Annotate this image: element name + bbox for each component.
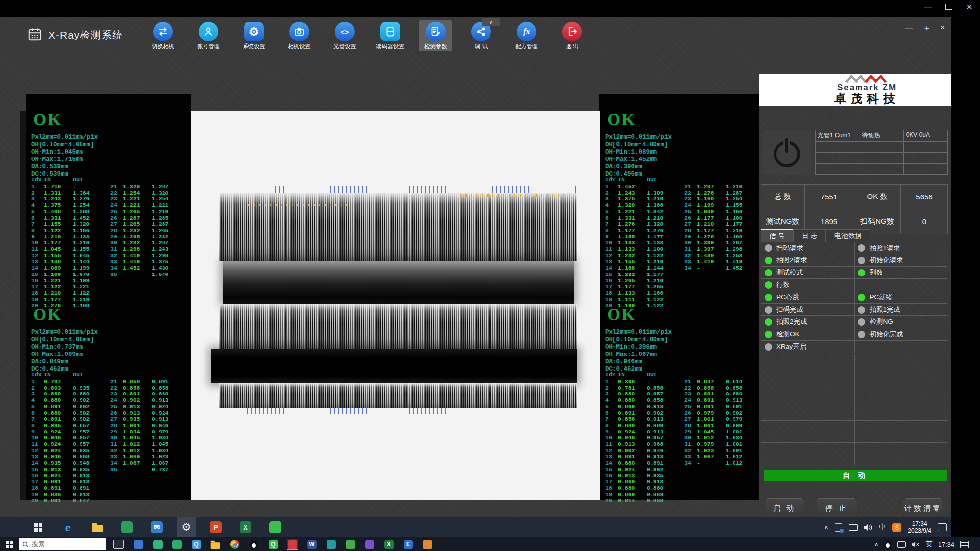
qq-blue-icon[interactable]: Q (191, 539, 202, 550)
measure-row: 231.1661.254 (684, 196, 754, 202)
dense-band-upper (223, 261, 574, 304)
notification-center-icon[interactable] (938, 523, 947, 531)
local-clock[interactable]: 17:34 (938, 541, 954, 548)
app-maximize-button[interactable]: ＋ (923, 23, 931, 34)
tube-status-cell (816, 142, 859, 153)
toolbar-item-system-settings[interactable]: ⚙系统设置 (237, 20, 271, 51)
main-toolbar: 切换相机账号管理⚙系统设置相机设置<>光管设置读码器设置检测参数调 试fx配方管… (146, 20, 589, 51)
settings-gear-icon[interactable]: ⚙ (177, 517, 196, 537)
penguin-icon[interactable] (248, 539, 259, 550)
show-desktop-button[interactable] (977, 539, 977, 549)
remote-close-button[interactable]: × (966, 2, 972, 11)
measure-row: 35-0.737 (110, 467, 180, 473)
power-icon (771, 135, 803, 170)
tab-信号[interactable]: 信 号 (761, 229, 793, 242)
green-app-icon[interactable] (118, 517, 136, 537)
qq-penguin-icon[interactable] (884, 540, 891, 549)
search-input[interactable]: 搜索 (19, 538, 106, 550)
toolbar-item-reader-settings[interactable]: 读码器设置 (373, 20, 407, 51)
tab-电池数据[interactable]: 电池数据 (826, 229, 870, 242)
touch-keyboard-icon[interactable] (897, 541, 906, 548)
excel-icon[interactable]: X (383, 539, 394, 550)
tray2-expand-icon[interactable]: ∧ (874, 541, 879, 548)
xray-image-view[interactable] (191, 111, 600, 500)
word-icon[interactable]: W (306, 539, 317, 550)
tray-expand-icon[interactable]: ∧ (824, 524, 828, 531)
local-system-tray: ∧ 英 17:34 (874, 537, 977, 551)
stop-button-app[interactable]: 停 止 (817, 498, 857, 518)
volume-icon[interactable] (864, 524, 872, 531)
search-icon (22, 541, 29, 548)
edge-icon[interactable]: e (58, 517, 77, 537)
start-button[interactable] (29, 517, 47, 537)
measure-row: 91.1551.177 (605, 234, 675, 240)
ime2-indicator[interactable]: 英 (925, 540, 932, 549)
signal-empty-cell (855, 341, 948, 353)
toolbar-item-detect-params[interactable]: 检测参数 (419, 20, 452, 51)
tab-日志[interactable]: 日 志 (793, 229, 826, 242)
measure-row: 331.0671.012 (684, 454, 754, 460)
start-button-app[interactable]: 启 动 (765, 498, 804, 518)
task-view-icon[interactable] (113, 540, 124, 549)
network-icon[interactable] (849, 524, 858, 531)
toolbar-label-recipe: 配方管理 (515, 43, 538, 50)
toolbar-item-recipe[interactable]: fx配方管理 (510, 20, 543, 51)
remote-maximize-button[interactable] (945, 4, 952, 10)
measure-row: 321.0231.001 (684, 448, 754, 454)
xray-power-button[interactable] (762, 130, 812, 175)
notes-icon[interactable] (960, 541, 969, 548)
toolbar-label-debug: 调 试 (475, 43, 488, 50)
electrode-markers-bottom (220, 408, 454, 414)
excel-icon[interactable]: X (236, 517, 255, 537)
file-explorer-icon[interactable] (88, 517, 107, 537)
folder-icon[interactable] (210, 539, 221, 550)
auto-mode-button[interactable]: 自 动 (764, 470, 947, 481)
toolbar-label-detect-params: 检测参数 (424, 43, 447, 50)
search-app-icon[interactable] (345, 539, 356, 550)
sogou-icon[interactable]: S (892, 523, 901, 532)
app-logo-calendar-icon (27, 27, 42, 44)
debug-dropdown-button[interactable]: ∨ (482, 18, 500, 26)
tube-status-grid: 光管1 Com1待预热0KV 0uA (815, 130, 948, 175)
powerpoint-icon[interactable]: P (206, 517, 225, 537)
remote-clock[interactable]: 17:34 2023/9/4 (908, 520, 931, 534)
red-app-icon[interactable] (287, 539, 298, 550)
count-reset-button[interactable]: 计数清零 (903, 498, 943, 518)
app-blue-tool[interactable] (133, 539, 144, 550)
wechat-icon[interactable] (266, 517, 285, 537)
volume-muted-icon[interactable] (912, 541, 919, 548)
ime-indicator[interactable]: 中 (879, 523, 886, 532)
toolbar-item-account[interactable]: 账号管理 (192, 20, 225, 51)
toolbar-item-exit[interactable]: 退 出 (555, 20, 589, 51)
app-close-button[interactable]: × (940, 23, 945, 34)
purple-app-icon[interactable] (364, 539, 375, 550)
measure-row: 121.2321.122 (605, 253, 675, 259)
blue-e-icon[interactable]: E (403, 539, 413, 550)
measure-col-left: 11.716-21.3311.36431.2431.27641.3751.254… (31, 184, 101, 309)
app-minimize-button[interactable]: — (905, 23, 913, 34)
teal-app-icon[interactable] (326, 539, 336, 550)
measure-row: 120.9240.935 (31, 448, 101, 454)
tablet-device-icon[interactable] (835, 523, 842, 532)
toolbar-item-tube-settings[interactable]: <>光管设置 (328, 20, 362, 51)
result-badge: OK (33, 110, 62, 130)
measure-row: 21.2431.309 (605, 190, 675, 197)
outlook-icon[interactable]: ✉ (147, 517, 166, 537)
remote-minimize-button[interactable]: — (924, 2, 932, 11)
camera-settings-icon (289, 22, 309, 41)
measure-col-headers: IdxINOUT (605, 372, 675, 378)
measure-row: 251.2651.210 (110, 209, 180, 215)
qq-green-icon[interactable]: Q (268, 539, 279, 550)
wechat-icon[interactable] (171, 539, 182, 550)
start-button[interactable] (0, 537, 19, 551)
app-green[interactable] (152, 539, 163, 550)
counter-value: 5656 (901, 185, 948, 209)
signal-label: PC就绪 (870, 293, 893, 302)
signal-行数: 行数 (761, 279, 855, 291)
toolbar-item-switch-camera[interactable]: 切换相机 (146, 20, 180, 51)
app-title: X-Ray检测系统 (48, 28, 123, 42)
counter-value: 7551 (805, 185, 854, 209)
toolbar-item-camera-settings[interactable]: 相机设置 (283, 20, 316, 51)
chrome-icon[interactable] (229, 539, 240, 550)
orange-app-icon[interactable] (422, 539, 433, 550)
